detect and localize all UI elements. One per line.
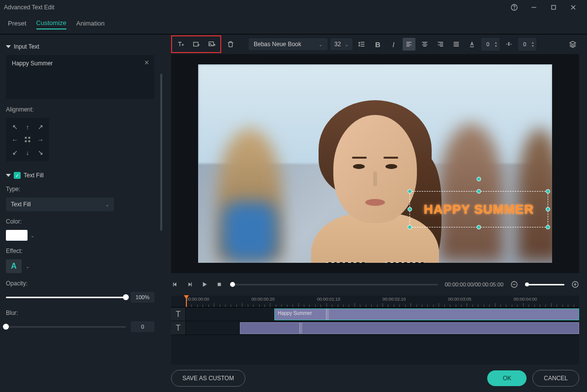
align-right-icon[interactable]	[434, 38, 447, 51]
blur-slider[interactable]	[6, 326, 126, 328]
resize-handle[interactable]	[477, 225, 481, 229]
next-frame-icon[interactable]	[186, 280, 194, 288]
font-size-dropdown[interactable]: 32 ⌄	[330, 38, 352, 50]
track-icon[interactable]: T	[171, 308, 186, 321]
help-icon[interactable]	[504, 0, 524, 15]
fill-type-dropdown[interactable]: Text Fill ⌄	[6, 197, 114, 211]
footer: SAVE AS CUSTOM OK CANCEL	[163, 364, 587, 392]
chevron-down-icon[interactable]: ⌄	[26, 264, 29, 269]
zoom-slider[interactable]	[525, 284, 564, 285]
chevron-down-icon: ⌄	[319, 42, 323, 47]
resize-handle[interactable]	[546, 207, 550, 212]
maximize-button[interactable]	[544, 0, 563, 15]
tab-customize[interactable]: Customize	[36, 19, 66, 29]
text-clip-1[interactable]: Happy Summer	[274, 308, 579, 320]
text-track-1: T Happy Summer	[171, 308, 579, 321]
resize-handle[interactable]	[408, 189, 412, 194]
close-button[interactable]	[563, 0, 583, 15]
align-top-left[interactable]: ↖	[9, 121, 21, 133]
effect-label: Effect:	[6, 248, 154, 254]
highlighted-tool-group	[171, 35, 221, 53]
preview-canvas[interactable]: HAPPY SUMMER	[198, 64, 552, 263]
type-label: Type:	[6, 186, 154, 193]
align-top-right[interactable]: ↗	[34, 121, 46, 133]
resize-handle[interactable]	[546, 189, 550, 194]
align-left[interactable]: ←	[9, 134, 21, 145]
stop-icon[interactable]	[215, 280, 223, 288]
text-color-icon[interactable]	[466, 38, 478, 51]
letter-spacing-input[interactable]: 0 ▲▼	[481, 38, 499, 51]
track-icon[interactable]: T	[171, 321, 186, 335]
add-text-icon[interactable]	[174, 38, 187, 51]
triangle-down-icon	[6, 174, 11, 177]
font-family-dropdown[interactable]: Bebas Neue Book ⌄	[249, 38, 327, 50]
align-right[interactable]: →	[34, 134, 46, 145]
tab-animation[interactable]: Animation	[76, 20, 105, 29]
align-left-icon[interactable]	[403, 38, 415, 51]
resize-handle[interactable]	[408, 225, 412, 229]
ruler-label: 00:00:00:00	[186, 297, 209, 302]
align-center-icon[interactable]	[418, 38, 431, 51]
align-bottom[interactable]: ↓	[22, 146, 33, 158]
resize-handle[interactable]	[546, 225, 550, 229]
add-image-icon[interactable]	[205, 38, 218, 51]
zoom-out-icon[interactable]	[510, 280, 518, 288]
line-height-icon[interactable]	[355, 38, 368, 51]
properties-sidebar: Input Text Happy Summer ✕ Alignment: ↖ ↑…	[0, 34, 163, 392]
transport-bar: 00:00:00:00/00:00:05:00	[163, 273, 587, 296]
chevron-down-icon[interactable]: ⌄	[30, 233, 34, 238]
rotate-handle[interactable]	[477, 177, 481, 181]
progress-bar[interactable]	[230, 284, 438, 285]
blur-label: Blur:	[6, 309, 154, 316]
color-picker[interactable]	[6, 230, 28, 241]
input-text-section-header[interactable]: Input Text	[6, 43, 154, 50]
layers-icon[interactable]	[566, 38, 579, 51]
ruler-label: 00:00:02:10	[382, 297, 406, 302]
effect-preset[interactable]: A	[6, 259, 22, 273]
resize-handle[interactable]	[408, 207, 412, 212]
italic-icon[interactable]: I	[387, 38, 400, 51]
text-fill-label: Text Fill	[24, 172, 44, 179]
align-bottom-left[interactable]: ↙	[9, 146, 21, 158]
cancel-button[interactable]: CANCEL	[532, 370, 579, 387]
ok-button[interactable]: OK	[487, 370, 527, 386]
font-size-value: 32	[334, 41, 341, 48]
text-fill-section-header[interactable]: ✓ Text Fill	[6, 172, 154, 179]
align-justify-icon[interactable]	[450, 38, 463, 51]
align-top[interactable]: ↑	[22, 121, 33, 133]
align-bottom-right[interactable]: ↘	[34, 146, 46, 158]
prev-frame-icon[interactable]	[171, 280, 179, 288]
opacity-value[interactable]: 100%	[131, 292, 154, 303]
clip-split-handle[interactable]	[299, 323, 302, 334]
save-as-custom-button[interactable]: SAVE AS CUSTOM	[171, 370, 245, 387]
character-width-icon[interactable]	[502, 38, 515, 51]
align-center[interactable]	[22, 134, 33, 145]
bold-icon[interactable]: B	[371, 38, 384, 51]
spinner-arrows-icon[interactable]: ▲▼	[531, 41, 534, 48]
tab-preset[interactable]: Preset	[8, 20, 27, 29]
text-fill-checkbox[interactable]: ✓	[14, 172, 21, 179]
spinner-arrows-icon[interactable]: ▲▼	[494, 41, 498, 48]
text-selection-box[interactable]: HAPPY SUMMER	[410, 191, 548, 227]
svg-rect-6	[194, 42, 198, 46]
text-overlay[interactable]: HAPPY SUMMER	[424, 202, 534, 217]
timeline-ruler[interactable]: 00:00:00:0000:00:00:2000:00:01:1500:00:0…	[171, 296, 579, 308]
text-input[interactable]: Happy Summer ✕	[6, 55, 154, 99]
playhead[interactable]	[186, 296, 187, 307]
mode-tabs: Preset Customize Animation	[0, 15, 587, 34]
ruler-label: 00:00:01:15	[317, 297, 341, 302]
add-textbox-icon[interactable]	[190, 38, 203, 51]
clear-text-icon[interactable]: ✕	[144, 59, 149, 66]
delete-icon[interactable]	[224, 38, 237, 51]
text-clip-2[interactable]	[240, 322, 579, 334]
blur-value[interactable]: 0	[131, 321, 154, 332]
minimize-button[interactable]	[524, 0, 544, 15]
alignment-label: Alignment:	[6, 106, 154, 113]
line-spacing-input[interactable]: 0 ▲▼	[518, 38, 536, 51]
clip-split-handle[interactable]	[326, 309, 329, 320]
opacity-slider[interactable]	[6, 297, 126, 298]
resize-handle[interactable]	[477, 189, 481, 194]
play-icon[interactable]	[201, 280, 208, 288]
zoom-in-icon[interactable]	[571, 280, 579, 288]
window-title: Advanced Text Edit	[4, 4, 55, 11]
